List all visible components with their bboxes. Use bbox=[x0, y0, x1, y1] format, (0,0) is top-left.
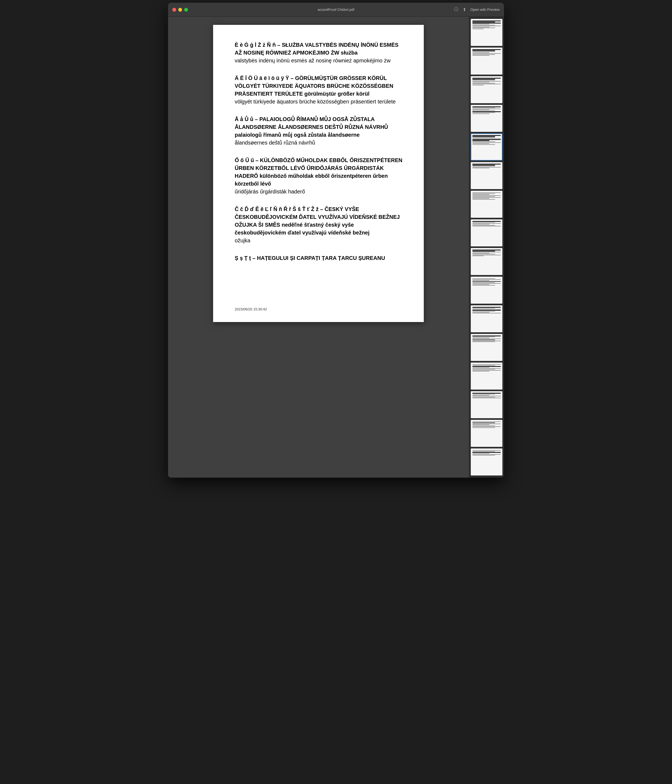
thumbnail-4[interactable] bbox=[471, 105, 502, 132]
section2-bold: Ä Ë Ï Ö Ü ä ë ï ö ü ÿ Ÿ – GÖRÜLMÜŞTÜR GR… bbox=[235, 74, 405, 98]
thumbnail-sidebar[interactable] bbox=[469, 17, 504, 478]
thumbnail-6[interactable] bbox=[471, 162, 502, 189]
section6-bold: Ș ș Ț ț – HAȚEGULUI ȘI CARPAȚI ȚARA ȚARC… bbox=[235, 254, 405, 262]
pdf-viewer[interactable]: È è Ġ ġ İ Ż ż Ñ ṅ – SŁUŻBA VALSTYBĖS IND… bbox=[168, 17, 469, 478]
pdf-section-1: È è Ġ ġ İ Ż ż Ñ ṅ – SŁUŻBA VALSTYBĖS IND… bbox=[235, 41, 405, 65]
thumbnail-11[interactable] bbox=[471, 305, 502, 332]
pdf-section-5: Č č Ď ď Ě ě Ľ ľ Ň ň Ř ř Š š Ť ť Ž ž – ČE… bbox=[235, 205, 405, 244]
thumbnail-14[interactable] bbox=[471, 391, 502, 418]
section5-normal: ožujka bbox=[235, 236, 405, 244]
thumbnail-3[interactable] bbox=[471, 76, 502, 103]
pdf-section-6: Ș ș Ț ț – HAȚEGULUI ȘI CARPAȚI ȚARA ȚARC… bbox=[235, 254, 405, 262]
titlebar: accentProof Chidori.pdf ⓘ ⬆ Open with Pr… bbox=[168, 3, 504, 17]
thumbnail-5[interactable] bbox=[471, 134, 502, 160]
maximize-button[interactable] bbox=[184, 8, 188, 12]
main-area: È è Ġ ġ İ Ż ż Ñ ṅ – SŁUŻBA VALSTYBĖS IND… bbox=[168, 17, 504, 478]
pdf-timestamp: 2023/06/20 15:30:42 bbox=[235, 307, 267, 311]
window-controls bbox=[172, 8, 188, 12]
thumbnail-2[interactable] bbox=[471, 48, 502, 75]
minimize-button[interactable] bbox=[178, 8, 182, 12]
section1-bold: È è Ġ ġ İ Ż ż Ñ ṅ – SŁUŻBA VALSTYBĖS IND… bbox=[235, 41, 405, 57]
app-window: accentProof Chidori.pdf ⓘ ⬆ Open with Pr… bbox=[168, 3, 504, 478]
section3-bold: Å å Ů ů – PALAIOLOGŮ ŘÍMANŮ MŮJ OGSÅ ZŮS… bbox=[235, 115, 405, 139]
thumbnail-16[interactable] bbox=[471, 448, 502, 476]
thumbnail-10[interactable] bbox=[471, 277, 502, 304]
section3-normal: ålandsøernes deštů různá návrhů bbox=[235, 139, 405, 147]
section4-bold: Ő ő Ű ű – KÜLÖNBÖZŐ MŰHOLDAK EBBŐL ŐRISZ… bbox=[235, 156, 405, 188]
open-with-preview-button[interactable]: Open with Preview bbox=[470, 8, 500, 12]
thumbnail-15[interactable] bbox=[471, 420, 502, 447]
pdf-section-3: Å å Ů ů – PALAIOLOGŮ ŘÍMANŮ MŮJ OGSÅ ZŮS… bbox=[235, 115, 405, 147]
section2-normal: völgyét türkiyede äquators brüche közöss… bbox=[235, 98, 405, 106]
info-icon[interactable]: ⓘ bbox=[454, 7, 458, 12]
section5-bold: Č č Ď ď Ě ě Ľ ľ Ň ň Ř ř Š š Ť ť Ž ž – ČE… bbox=[235, 205, 405, 236]
pdf-page: È è Ġ ġ İ Ż ż Ñ ṅ – SŁUŻBA VALSTYBĖS IND… bbox=[213, 25, 424, 322]
section4-normal: űridőjárás űrgárdisták haderő bbox=[235, 188, 405, 196]
window-title: accentProof Chidori.pdf bbox=[317, 8, 355, 12]
close-button[interactable] bbox=[172, 8, 176, 12]
pdf-section-4: Ő ő Ű ű – KÜLÖNBÖZŐ MŰHOLDAK EBBŐL ŐRISZ… bbox=[235, 156, 405, 196]
thumbnail-8[interactable] bbox=[471, 219, 502, 246]
thumbnail-1[interactable] bbox=[471, 19, 502, 46]
pdf-section-2: Ä Ë Ï Ö Ü ä ë ï ö ü ÿ Ÿ – GÖRÜLMÜŞTÜR GR… bbox=[235, 74, 405, 106]
thumbnail-9[interactable] bbox=[471, 248, 502, 275]
section1-normal: valstybės indėnų inönü esmės až nosinę r… bbox=[235, 57, 405, 65]
thumbnail-12[interactable] bbox=[471, 334, 502, 361]
thumbnail-13[interactable] bbox=[471, 362, 502, 390]
titlebar-actions: ⓘ ⬆ Open with Preview bbox=[454, 7, 500, 12]
thumbnail-7[interactable] bbox=[471, 191, 502, 218]
share-icon[interactable]: ⬆ bbox=[463, 7, 466, 12]
